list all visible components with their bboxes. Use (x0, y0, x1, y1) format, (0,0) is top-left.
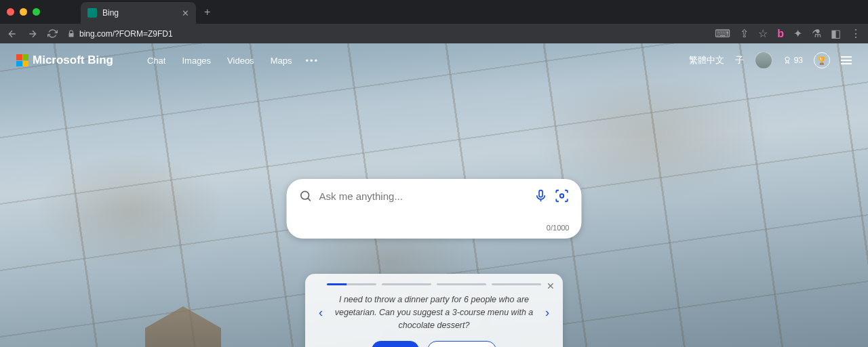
translate-icon[interactable]: ⌨ (715, 27, 730, 40)
browser-tabbar: Bing ✕ + (0, 0, 868, 24)
new-tab-button[interactable]: + (204, 6, 210, 18)
bing-header: Microsoft Bing Chat Images Videos Maps •… (0, 43, 868, 77)
close-tab-icon[interactable]: ✕ (182, 8, 189, 18)
share-icon[interactable]: ⇪ (740, 27, 749, 40)
svg-rect-2 (539, 190, 542, 197)
learn-more-button[interactable]: Learn more (427, 341, 496, 347)
forward-button[interactable] (27, 28, 38, 39)
svg-point-1 (301, 191, 309, 199)
nav-links: Chat Images Videos Maps (147, 56, 292, 66)
trophy-icon[interactable]: 🏆 (814, 52, 830, 68)
browser-toolbar: bing.com/?FORM=Z9FD1 ⌨ ⇪ ☆ b ✦ ⚗ ◧ ⋮ (0, 24, 868, 43)
microsoft-logo-icon (16, 54, 28, 66)
bookmark-icon[interactable]: ☆ (758, 27, 768, 40)
user-name-short[interactable]: 子 (735, 54, 744, 66)
medal-icon (783, 56, 791, 64)
promo-card: ✕ ‹ I need to throw a dinner party for 6… (305, 274, 563, 347)
microphone-icon[interactable] (534, 189, 548, 203)
bing-logo[interactable]: Microsoft Bing (16, 54, 113, 67)
panel-icon[interactable]: ◧ (831, 27, 841, 40)
nav-more-icon[interactable]: ••• (305, 56, 319, 66)
search-box[interactable]: 0/1000 (287, 179, 582, 239)
search-input[interactable] (319, 190, 528, 202)
chevron-left-icon[interactable]: ‹ (316, 303, 326, 323)
nav-chat[interactable]: Chat (147, 56, 165, 66)
avatar[interactable] (755, 52, 772, 69)
address-bar[interactable]: bing.com/?FORM=Z9FD1 (67, 29, 173, 39)
nav-images[interactable]: Images (182, 56, 211, 66)
promo-progress (316, 283, 552, 285)
menu-icon[interactable]: ⋮ (850, 27, 861, 40)
reload-button[interactable] (47, 28, 58, 39)
promo-bar-4[interactable] (492, 283, 541, 285)
svg-point-0 (785, 57, 789, 61)
browser-tab[interactable]: Bing ✕ (81, 2, 196, 24)
rewards-points[interactable]: 93 (783, 56, 803, 65)
promo-bar-1[interactable] (327, 283, 376, 285)
try-it-button[interactable]: Try it (372, 341, 419, 347)
tab-favicon (87, 8, 97, 18)
hamburger-menu-icon[interactable] (841, 56, 852, 64)
extension-icons: ⌨ ⇪ ☆ b ✦ ⚗ ◧ ⋮ (715, 27, 861, 40)
logo-text: Microsoft Bing (33, 54, 113, 67)
nav-maps[interactable]: Maps (271, 56, 292, 66)
close-window-button[interactable] (7, 8, 14, 16)
bing-extension-icon[interactable]: b (777, 28, 784, 40)
url-text: bing.com/?FORM=Z9FD1 (79, 29, 173, 39)
language-selector[interactable]: 繁體中文 (689, 54, 724, 66)
tab-title: Bing (102, 8, 119, 18)
flask-icon[interactable]: ⚗ (812, 27, 821, 40)
promo-bar-2[interactable] (382, 283, 431, 285)
extensions-icon[interactable]: ✦ (793, 27, 802, 40)
nav-videos[interactable]: Videos (227, 56, 254, 66)
window-controls (7, 8, 40, 16)
search-icon (299, 189, 313, 203)
close-icon[interactable]: ✕ (547, 281, 555, 291)
minimize-window-button[interactable] (20, 8, 27, 16)
maximize-window-button[interactable] (33, 8, 40, 16)
promo-text: I need to throw a dinner party for 6 peo… (330, 293, 538, 331)
back-button[interactable] (7, 28, 18, 39)
camera-search-icon[interactable] (555, 188, 570, 203)
page-content: Microsoft Bing Chat Images Videos Maps •… (0, 43, 868, 347)
svg-point-3 (560, 194, 564, 198)
chevron-right-icon[interactable]: › (542, 303, 552, 323)
lock-icon (67, 30, 75, 38)
char-counter: 0/1000 (299, 224, 570, 232)
promo-bar-3[interactable] (437, 283, 486, 285)
